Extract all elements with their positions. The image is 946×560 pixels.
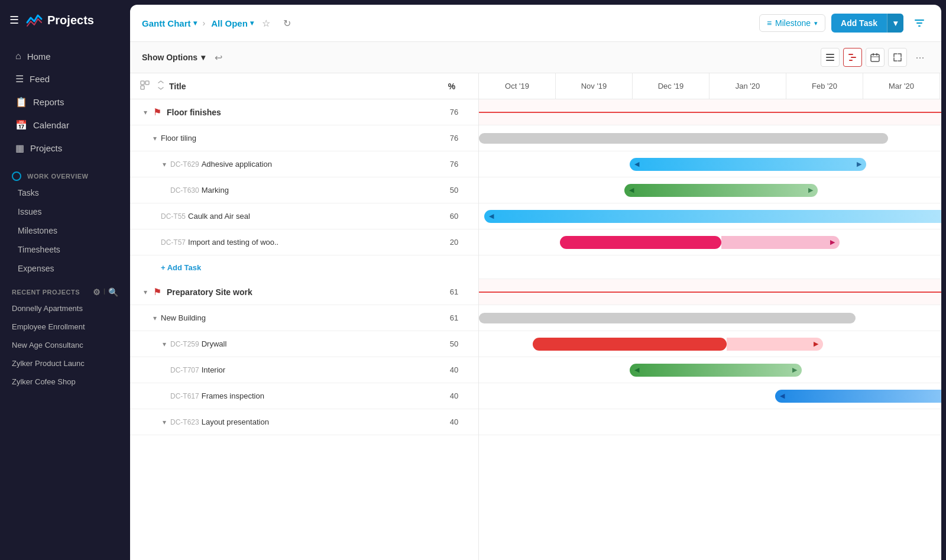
chevron-down-icon-4: ▾ — [893, 18, 898, 28]
topbar-right: ≡ Milestone ▾ Add Task ▾ — [759, 13, 929, 33]
table-row[interactable]: ▾ ⚑ Preparatory Site work 61 — [130, 279, 478, 305]
table-row[interactable]: ▾ DC-T623 Layout presentation 40 — [130, 409, 478, 435]
show-options-button[interactable]: Show Options ▾ — [142, 53, 205, 62]
milestone-list-icon: ≡ — [767, 18, 772, 28]
gantt-month-0: Oct '19 — [479, 73, 556, 99]
sidebar-item-expenses[interactable]: Expenses — [0, 259, 130, 278]
sidebar-item-feed[interactable]: ☰ Feed — [4, 67, 127, 90]
star-button[interactable]: ☆ — [257, 14, 275, 32]
sidebar-item-label: Feed — [30, 74, 50, 84]
task-id: DC-T617 — [170, 392, 199, 400]
task-list-header: Title % — [130, 73, 479, 99]
table-row[interactable]: DC-T617 Frames inspection 40 — [130, 383, 478, 409]
recent-project-4[interactable]: Zylker Cofee Shop — [0, 373, 130, 391]
chevron-icon[interactable]: ▾ — [140, 106, 151, 118]
task-name: Frames inspection — [202, 391, 439, 400]
search-icon[interactable]: 🔍 — [108, 287, 119, 297]
task-pct: 61 — [439, 313, 469, 322]
gantt-row-3: ◀ ▶ — [479, 177, 941, 203]
filter-button[interactable] — [909, 13, 929, 33]
task-name: Preparatory Site work — [167, 287, 439, 297]
add-task-dropdown[interactable]: ▾ — [887, 14, 903, 33]
breadcrumb-filter[interactable]: All Open ▾ — [211, 18, 254, 28]
gantt-add-row — [479, 255, 941, 279]
chevron-icon[interactable]: ▾ — [158, 338, 170, 350]
table-row[interactable]: ▾ ⚑ Floor finishes 76 — [130, 99, 478, 125]
milestone-label: Milestone — [775, 18, 811, 28]
sidebar-item-projects[interactable]: ▦ Projects — [4, 137, 127, 160]
recent-project-2[interactable]: New Age Consultanc — [0, 336, 130, 354]
chevron-icon[interactable]: ▾ — [140, 286, 151, 298]
sidebar-item-tasks[interactable]: Tasks — [0, 183, 130, 202]
expand-button[interactable] — [888, 48, 907, 67]
add-task-main[interactable]: Add Task — [831, 14, 887, 33]
svg-rect-11 — [141, 86, 144, 89]
chevron-icon[interactable]: ▾ — [158, 158, 170, 170]
task-pct: 76 — [439, 160, 469, 169]
sidebar-item-milestones[interactable]: Milestones — [0, 221, 130, 240]
gantt-row-12 — [479, 409, 941, 435]
gantt-header: Oct '19 Nov '19 Dec '19 Jan '20 Feb '20 … — [479, 73, 941, 99]
recent-projects-section: RECENT PROJECTS ⚙ | 🔍 — [0, 278, 130, 299]
svg-rect-3 — [848, 54, 853, 55]
chevron-icon[interactable]: ▾ — [149, 312, 161, 324]
table-row[interactable]: DC-T57 Import and testing of woo.. 20 — [130, 229, 478, 255]
gantt-row-9: ▶ — [479, 331, 941, 357]
gantt-icon — [848, 53, 857, 62]
table-row[interactable]: DC-T55 Caulk and Air seal 60 — [130, 203, 478, 229]
task-pct: 40 — [439, 391, 469, 400]
list-icon — [825, 53, 835, 62]
feed-icon: ☰ — [15, 73, 24, 85]
sidebar-item-label: Projects — [30, 143, 62, 153]
sort-icon[interactable] — [156, 80, 166, 90]
sidebar-header: ☰ Projects — [0, 0, 130, 40]
table-row[interactable]: ▾ DC-T259 Drywall 50 — [130, 331, 478, 357]
recent-project-3[interactable]: Zylker Product Launc — [0, 354, 130, 373]
list-view-button[interactable] — [821, 48, 840, 67]
table-row[interactable]: ▾ New Building 61 — [130, 305, 478, 331]
refresh-button[interactable]: ↻ — [278, 14, 296, 32]
recent-project-0[interactable]: Donnelly Apartments — [0, 299, 130, 318]
breadcrumb-gantt[interactable]: Gantt Chart ▾ — [142, 18, 197, 28]
filter-icon[interactable]: ⚙ — [93, 287, 101, 297]
sidebar-item-calendar[interactable]: 📅 Calendar — [4, 114, 127, 137]
table-expand-icon[interactable] — [140, 80, 150, 90]
main-content: Gantt Chart ▾ › All Open ▾ ☆ ↻ ≡ Milesto… — [130, 5, 941, 560]
task-pct: 60 — [439, 212, 469, 221]
add-task-button[interactable]: Add Task ▾ — [831, 14, 903, 33]
work-overview-label: WORK OVERVIEW — [27, 173, 88, 180]
hamburger-icon[interactable]: ☰ — [9, 14, 19, 27]
table-row[interactable]: ▾ Floor tiling 76 — [130, 125, 478, 151]
task-name: Floor finishes — [167, 108, 439, 117]
flag-icon: ⚑ — [151, 106, 163, 118]
milestone-button[interactable]: ≡ Milestone ▾ — [759, 14, 825, 32]
table-row[interactable]: DC-T707 Interior 40 — [130, 357, 478, 383]
recent-projects-label: RECENT PROJECTS — [12, 289, 80, 296]
task-name: New Building — [161, 313, 439, 322]
task-id: DC-T707 — [170, 366, 199, 374]
more-options-button[interactable]: ··· — [911, 48, 929, 67]
table-row[interactable]: DC-T630 Marking 50 — [130, 177, 478, 203]
undo-button[interactable]: ↩ — [210, 49, 226, 66]
svg-rect-9 — [141, 81, 144, 85]
add-task-row[interactable]: + Add Task — [130, 255, 478, 279]
recent-project-1[interactable]: Employee Enrollment — [0, 318, 130, 336]
sidebar-item-reports[interactable]: 📋 Reports — [4, 90, 127, 114]
chevron-down-icon-5: ▾ — [201, 53, 205, 62]
sidebar-item-issues[interactable]: Issues — [0, 202, 130, 221]
task-list: Title % ▾ ⚑ Floor finishes 76 ▾ Floor ti… — [130, 73, 479, 560]
gantt-view-button[interactable] — [843, 48, 862, 67]
svg-rect-6 — [871, 54, 879, 61]
task-name: Floor tiling — [161, 134, 439, 143]
svg-rect-8 — [876, 53, 877, 56]
chevron-icon[interactable]: ▾ — [158, 416, 170, 428]
table-row[interactable]: ▾ DC-T629 Adhesive application 76 — [130, 151, 478, 177]
sidebar-item-timesheets[interactable]: Timesheets — [0, 240, 130, 259]
add-task-link[interactable]: + Add Task — [161, 263, 201, 272]
calendar-view-button[interactable] — [866, 48, 885, 67]
chevron-icon[interactable]: ▾ — [149, 132, 161, 144]
svg-rect-1 — [826, 57, 834, 58]
breadcrumb-filter-label: All Open — [211, 18, 248, 28]
sidebar-item-home[interactable]: ⌂ Home — [4, 45, 127, 67]
task-id: DC-T57 — [161, 238, 186, 247]
